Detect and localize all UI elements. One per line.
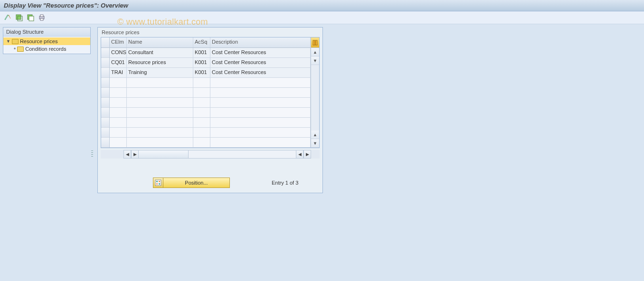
resource-prices-grid: CElm Name AcSq Description CONS Consulta…	[101, 37, 320, 148]
scroll-down-button[interactable]: ▼	[311, 139, 319, 148]
svg-rect-8	[315, 40, 317, 45]
svg-rect-0	[16, 15, 21, 19]
tree-node-condition-records[interactable]: • Condition records	[3, 45, 90, 53]
scroll-up-button[interactable]: ▲	[311, 131, 319, 139]
folder-closed-icon	[17, 47, 24, 52]
scroll-track[interactable]	[311, 65, 319, 131]
table-row[interactable]: CQ01 Resource prices K001 Cost Center Re…	[110, 58, 311, 68]
col-header-celm[interactable]: CElm	[110, 37, 127, 47]
row-selector[interactable]	[101, 128, 109, 138]
page-title: Display View "Resource prices": Overview	[0, 0, 644, 11]
svg-rect-9	[155, 180, 161, 186]
cell-celm: TRAI	[110, 68, 127, 77]
cell-celm: CONS	[110, 48, 127, 57]
tree-collapse-icon[interactable]: ▼	[6, 39, 10, 44]
svg-rect-3	[29, 16, 34, 21]
row-selector-header[interactable]	[101, 37, 109, 48]
cell-name: Resource prices	[127, 58, 193, 67]
table-row-empty	[110, 78, 311, 88]
table-row-empty	[110, 118, 311, 128]
grid-horizontal-scrollbar: ◀ ▶ ◀ ▶	[101, 150, 320, 159]
svg-rect-5	[40, 15, 43, 17]
cell-name: Consultant	[127, 48, 193, 57]
scroll-down-button[interactable]: ▼	[311, 56, 319, 65]
content-container: Resource prices CEl	[94, 24, 644, 281]
row-selector[interactable]	[101, 138, 109, 148]
folder-open-icon	[12, 39, 19, 44]
grid-header-row: CElm Name AcSq Description	[110, 37, 311, 48]
table-row-empty	[110, 98, 311, 108]
print-icon[interactable]	[37, 13, 47, 22]
scroll-right-button[interactable]: ▶	[131, 150, 139, 159]
tree-node-label: Resource prices	[20, 38, 57, 44]
grid-body: CElm Name AcSq Description CONS Consulta…	[110, 37, 311, 148]
table-row[interactable]: CONS Consultant K001 Cost Center Resourc…	[110, 48, 311, 58]
app-toolbar	[0, 11, 644, 24]
scroll-left-button[interactable]: ◀	[296, 150, 303, 159]
deselect-all-icon[interactable]	[26, 13, 35, 22]
cell-name: Training	[127, 68, 193, 77]
table-footer: Position... Entry 1 of 3	[101, 178, 320, 188]
table-row[interactable]: TRAI Training K001 Cost Center Resources	[110, 68, 311, 78]
dialog-structure-panel: Dialog Structure ▼ Resource prices • Con…	[3, 27, 91, 54]
scroll-left-button[interactable]: ◀	[123, 150, 131, 159]
svg-rect-7	[313, 40, 315, 45]
row-selector[interactable]	[101, 108, 109, 118]
row-selector[interactable]	[101, 68, 109, 78]
table-settings-icon[interactable]	[311, 37, 319, 48]
svg-rect-6	[40, 19, 43, 20]
table-row-empty	[110, 108, 311, 118]
svg-rect-13	[159, 183, 160, 185]
tree-leaf-bullet: •	[14, 47, 16, 51]
grid-vertical-scrollbar: ▲ ▼ ▲ ▼	[311, 37, 319, 148]
entry-status: Entry 1 of 3	[272, 180, 298, 186]
scroll-up-button[interactable]: ▲	[311, 48, 319, 56]
row-selector[interactable]	[101, 118, 109, 128]
table-row-empty	[110, 138, 311, 148]
resource-prices-table-panel: Resource prices CEl	[97, 27, 323, 193]
row-selector[interactable]	[101, 58, 109, 68]
hscroll-thumb[interactable]	[139, 150, 189, 158]
cell-celm: CQ01	[110, 58, 127, 67]
position-button[interactable]: Position...	[163, 178, 230, 188]
svg-rect-10	[156, 181, 158, 182]
splitter-grip-icon	[91, 150, 93, 157]
cell-desc: Cost Center Resources	[210, 58, 311, 67]
main-area: Dialog Structure ▼ Resource prices • Con…	[0, 24, 644, 281]
toggle-edit-icon[interactable]	[3, 13, 12, 22]
row-selector[interactable]	[101, 88, 109, 98]
select-all-icon[interactable]	[14, 13, 24, 22]
col-header-desc[interactable]: Description	[210, 37, 311, 47]
row-selector-column	[101, 37, 110, 148]
cell-desc: Cost Center Resources	[210, 68, 311, 77]
cell-acsq: K001	[193, 48, 210, 57]
svg-rect-12	[156, 183, 158, 185]
splitter-handle[interactable]	[91, 27, 94, 281]
cell-desc: Cost Center Resources	[210, 48, 311, 57]
tree-node-label: Condition records	[25, 46, 66, 52]
scroll-right-button[interactable]: ▶	[303, 150, 311, 159]
row-selector[interactable]	[101, 98, 109, 108]
row-selector[interactable]	[101, 48, 109, 58]
svg-rect-11	[159, 181, 160, 182]
table-caption: Resource prices	[101, 28, 320, 37]
hscroll-track[interactable]	[139, 150, 296, 159]
col-header-acsq[interactable]: AcSq	[193, 37, 210, 47]
position-icon	[153, 178, 163, 188]
row-selector[interactable]	[101, 78, 109, 88]
table-row-empty	[110, 88, 311, 98]
cell-acsq: K001	[193, 58, 210, 67]
col-header-name[interactable]: Name	[127, 37, 193, 47]
cell-acsq: K001	[193, 68, 210, 77]
table-row-empty	[110, 128, 311, 138]
tree-header: Dialog Structure	[3, 28, 90, 37]
tree-node-resource-prices[interactable]: ▼ Resource prices	[3, 37, 90, 45]
